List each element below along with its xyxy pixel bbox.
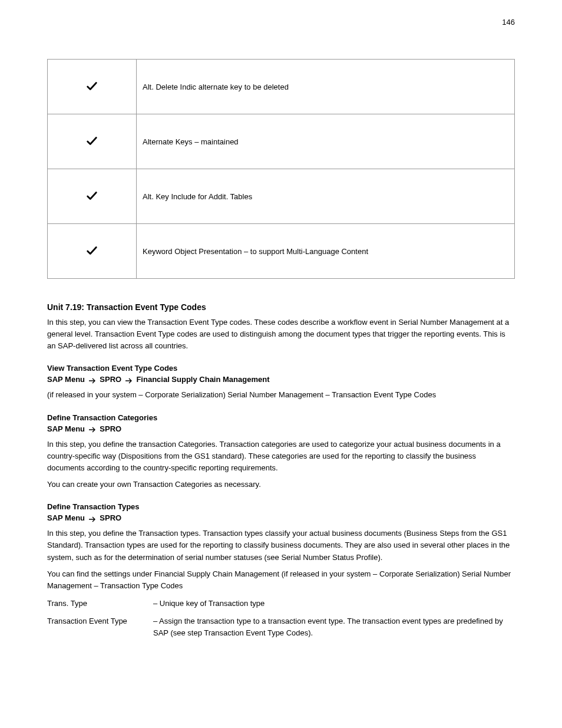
unit-intro: In this step, you can view the Transacti… bbox=[47, 317, 515, 352]
arrow-right-icon bbox=[89, 514, 96, 523]
field-row: Transaction Event Type – Assign the tran… bbox=[47, 615, 515, 639]
field-row: Trans. Type – Unique key of Transaction … bbox=[47, 598, 515, 610]
nav-prefix: SAP Menu bbox=[47, 513, 85, 522]
field-desc: – Assign the transaction type to a trans… bbox=[153, 615, 515, 639]
nav-segment: SPRO bbox=[100, 424, 121, 433]
unit-heading: Unit 7.19: Transaction Event Type Codes bbox=[47, 302, 515, 312]
subheading: View Transaction Event Type Codes bbox=[47, 364, 515, 373]
field-desc: – Unique key of Transaction type bbox=[153, 598, 515, 610]
check-icon bbox=[85, 134, 98, 147]
paragraph: (if released in your system – Corporate … bbox=[47, 389, 515, 401]
table-cell-text: Keyword Object Presentation – to support… bbox=[137, 224, 515, 279]
check-icon bbox=[85, 244, 98, 257]
table-row: Alt. Delete Indic alternate key to be de… bbox=[48, 60, 515, 114]
nav-path: SAP Menu SPRO bbox=[47, 513, 515, 523]
nav-path: SAP Menu SPRO Financial Supply Chain Man… bbox=[47, 375, 515, 384]
subheading: Define Transaction Types bbox=[47, 502, 515, 511]
table-row: Alternate Keys – maintained bbox=[48, 114, 515, 169]
table-cell-text: Alt. Delete Indic alternate key to be de… bbox=[137, 60, 515, 114]
subheading: Define Transaction Categories bbox=[47, 413, 515, 422]
page-number: 146 bbox=[502, 18, 515, 27]
nav-path: SAP Menu SPRO bbox=[47, 424, 515, 434]
nav-prefix: SAP Menu bbox=[47, 424, 85, 433]
nav-segment: Financial Supply Chain Management bbox=[136, 375, 269, 384]
check-icon bbox=[85, 189, 98, 202]
arrow-right-icon bbox=[89, 375, 96, 384]
field-label: Transaction Event Type bbox=[47, 615, 153, 639]
field-label: Trans. Type bbox=[47, 598, 153, 610]
paragraph: In this step, you define the transaction… bbox=[47, 439, 515, 474]
arrow-right-icon bbox=[89, 425, 96, 434]
check-icon bbox=[85, 80, 98, 93]
paragraph: You can create your own Transaction Cate… bbox=[47, 479, 515, 490]
nav-segment: SPRO bbox=[100, 375, 121, 384]
checklist-table: Alt. Delete Indic alternate key to be de… bbox=[47, 59, 515, 279]
table-row: Keyword Object Presentation – to support… bbox=[48, 224, 515, 279]
arrow-right-icon bbox=[125, 375, 133, 384]
nav-segment: SPRO bbox=[100, 513, 121, 522]
table-cell-text: Alternate Keys – maintained bbox=[137, 114, 515, 169]
nav-prefix: SAP Menu bbox=[47, 375, 85, 384]
paragraph: In this step, you define the Transaction… bbox=[47, 528, 515, 563]
table-cell-text: Alt. Key Include for Addit. Tables bbox=[137, 169, 515, 224]
paragraph: You can find the settings under Financia… bbox=[47, 568, 515, 592]
table-row: Alt. Key Include for Addit. Tables bbox=[48, 169, 515, 224]
